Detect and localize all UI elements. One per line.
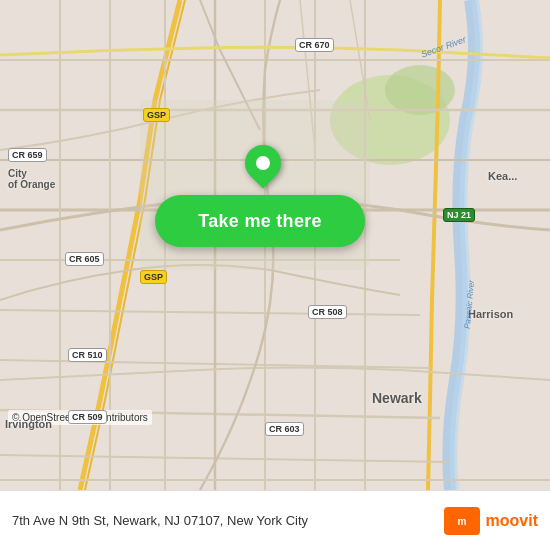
road-badge-cr510: CR 510 <box>68 348 107 362</box>
address-container: 7th Ave N 9th St, Newark, NJ 07107, New … <box>12 513 444 528</box>
take-me-there-button[interactable]: Take me there <box>155 195 365 247</box>
location-pin <box>245 145 281 181</box>
take-me-there-label: Take me there <box>198 211 322 232</box>
svg-point-2 <box>385 65 455 115</box>
road-badge-cr603: CR 603 <box>265 422 304 436</box>
road-badge-cr659: CR 659 <box>8 148 47 162</box>
moovit-text: moovit <box>486 512 538 530</box>
city-label-irvington: Irvington <box>5 418 52 430</box>
bottom-bar: 7th Ave N 9th St, Newark, NJ 07107, New … <box>0 490 550 550</box>
city-label-newark: Newark <box>372 390 422 406</box>
city-label-orange: Cityof Orange <box>8 168 55 190</box>
address-text: 7th Ave N 9th St, Newark, NJ 07107, New … <box>12 513 444 528</box>
city-label-harrison: Harrison <box>468 308 513 320</box>
city-label-kearny: Kea... <box>488 170 517 182</box>
road-badge-gsp2: GSP <box>140 270 167 284</box>
road-badge-gsp1: GSP <box>143 108 170 122</box>
road-badge-cr605: CR 605 <box>65 252 104 266</box>
moovit-logo: m moovit <box>444 507 538 535</box>
road-badge-nj21: NJ 21 <box>443 208 475 222</box>
road-badge-cr509: CR 509 <box>68 410 107 424</box>
moovit-icon: m <box>444 507 480 535</box>
svg-text:m: m <box>457 516 466 527</box>
moovit-icon-svg: m <box>450 512 474 530</box>
road-badge-cr670: CR 670 <box>295 38 334 52</box>
pin-inner <box>256 156 270 170</box>
map-container: CR 659 GSP CR 670 NJ 21 CR 605 GSP CR 50… <box>0 0 550 490</box>
road-badge-cr508: CR 508 <box>308 305 347 319</box>
